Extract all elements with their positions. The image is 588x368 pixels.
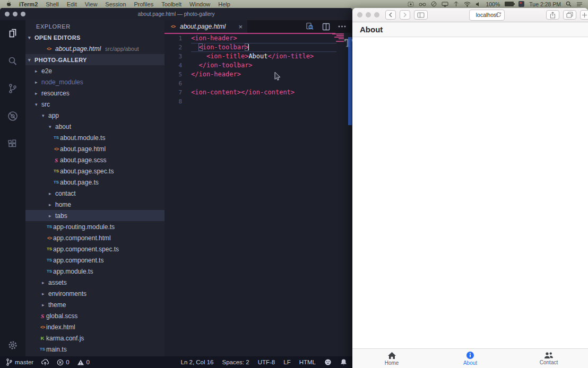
- search-icon[interactable]: [6, 55, 19, 69]
- forward-button[interactable]: [400, 10, 410, 20]
- problems-warnings-indicator[interactable]: 0: [77, 359, 90, 366]
- publish-changes-icon[interactable]: [41, 358, 49, 366]
- language-mode-indicator[interactable]: HTML: [299, 359, 316, 365]
- vscode-title-bar[interactable]: about.page.html — photo-gallery: [0, 8, 352, 20]
- cursor-position-indicator[interactable]: Ln 2, Col 16: [181, 359, 214, 365]
- tree-item-app.component.ts[interactable]: app.component.ts: [25, 255, 165, 266]
- code-line-5[interactable]: 5</ion-header>: [165, 70, 352, 79]
- editor-body[interactable]: 1<ion-header>2 <ion-toolbar>3 <ion-title…: [165, 33, 352, 356]
- tab-overview-icon[interactable]: [563, 10, 576, 20]
- share-icon[interactable]: [546, 10, 559, 20]
- tree-item-app.component.spec.ts[interactable]: app.component.spec.ts: [25, 243, 165, 255]
- do-not-disturb-icon[interactable]: [431, 1, 437, 7]
- split-editor-icon[interactable]: [322, 23, 330, 31]
- git-branch-indicator[interactable]: master: [5, 358, 33, 366]
- menu-view[interactable]: View: [85, 1, 98, 7]
- reload-icon[interactable]: [496, 12, 501, 19]
- tree-item-app.component.html[interactable]: app.component.html: [25, 232, 165, 243]
- menu-iterm2[interactable]: iTerm2: [19, 1, 38, 7]
- tree-item-app[interactable]: ▾app: [25, 110, 165, 121]
- screen-recording-icon[interactable]: [408, 2, 414, 7]
- more-actions-icon[interactable]: [338, 25, 346, 28]
- close-window-button[interactable]: [357, 12, 362, 17]
- address-bar[interactable]: localhost: [469, 10, 504, 21]
- menu-toolbelt[interactable]: Toolbelt: [161, 1, 181, 7]
- notifications-bell-icon[interactable]: [340, 358, 347, 366]
- input-source-icon[interactable]: [518, 1, 524, 7]
- minimap[interactable]: [330, 33, 344, 42]
- code-line-6[interactable]: 6: [165, 79, 352, 88]
- minimize-window-button[interactable]: [13, 12, 18, 16]
- open-preview-icon[interactable]: [306, 22, 314, 31]
- close-window-button[interactable]: [5, 12, 10, 16]
- tree-item-about.page.html[interactable]: about.page.html: [25, 143, 165, 154]
- tree-item-home[interactable]: ▸home: [25, 199, 165, 210]
- ionic-tab-home[interactable]: Home: [352, 349, 431, 368]
- encoding-indicator[interactable]: UTF-8: [258, 359, 275, 365]
- code-line-1[interactable]: 1<ion-header>: [165, 34, 352, 43]
- zoom-window-button[interactable]: [374, 12, 379, 17]
- tree-item-tabs[interactable]: ▸tabs: [25, 210, 165, 221]
- source-control-icon[interactable]: [6, 82, 19, 97]
- open-editors-header[interactable]: ▾ OPEN EDITORS: [25, 32, 165, 43]
- tree-item-contact[interactable]: ▸contact: [25, 188, 165, 199]
- eol-indicator[interactable]: LF: [283, 359, 290, 365]
- tree-item-main.ts[interactable]: main.ts: [25, 344, 165, 355]
- tree-item-environments[interactable]: ▸environments: [25, 288, 165, 299]
- tree-item-assets[interactable]: ▸assets: [25, 277, 165, 288]
- tree-item-about.page.ts[interactable]: about.page.ts: [25, 177, 165, 188]
- tree-item-resources[interactable]: ▸resources: [25, 87, 165, 99]
- editor-tab-about-page-html[interactable]: about.page.html ×: [165, 20, 247, 33]
- settings-gear-icon[interactable]: [0, 340, 25, 351]
- ionic-tab-contact[interactable]: Contact: [509, 349, 588, 368]
- tree-item-about.page.spec.ts[interactable]: about.page.spec.ts: [25, 165, 165, 177]
- indentation-indicator[interactable]: Spaces: 2: [222, 359, 249, 365]
- tree-item-node_modules[interactable]: ▸node_modules: [25, 76, 165, 87]
- sidebar-toggle-icon[interactable]: [414, 10, 428, 20]
- explorer-icon[interactable]: [6, 27, 19, 42]
- tree-item-karma.conf.js[interactable]: karma.conf.js: [25, 332, 165, 344]
- feedback-smiley-icon[interactable]: [324, 358, 332, 366]
- close-tab-icon[interactable]: ×: [238, 23, 243, 30]
- notification-center-icon[interactable]: [576, 2, 583, 7]
- menu-session[interactable]: Session: [105, 1, 126, 7]
- tree-item-about.module.ts[interactable]: about.module.ts: [25, 132, 165, 143]
- editor-scrollbar[interactable]: [348, 37, 352, 125]
- tree-item-theme[interactable]: ▸theme: [25, 299, 165, 310]
- extensions-icon[interactable]: [6, 137, 19, 152]
- wifi-icon[interactable]: [464, 2, 471, 7]
- menu-shell[interactable]: Shell: [46, 1, 58, 7]
- apple-menu-icon[interactable]: [5, 1, 11, 8]
- problems-errors-indicator[interactable]: 0: [57, 359, 69, 366]
- volume-icon[interactable]: [475, 2, 481, 7]
- minimize-window-button[interactable]: [366, 12, 371, 17]
- tree-item-src[interactable]: ▾src: [25, 99, 165, 110]
- debug-disabled-icon[interactable]: [6, 110, 19, 125]
- menu-profiles[interactable]: Profiles: [134, 1, 154, 7]
- tree-item-global.scss[interactable]: global.scss: [25, 310, 165, 321]
- code-line-7[interactable]: 7<ion-content></ion-content>: [165, 88, 352, 97]
- zoom-window-button[interactable]: [21, 12, 25, 16]
- menu-window[interactable]: Window: [189, 1, 210, 7]
- back-button[interactable]: [385, 10, 396, 20]
- sync-arrows-icon[interactable]: [453, 1, 459, 7]
- project-section-header[interactable]: ▾ PHOTO-GALLERY: [25, 54, 165, 65]
- menu-bar-clock[interactable]: Tue 2:28 PM: [529, 1, 561, 7]
- battery-icon[interactable]: [505, 2, 514, 6]
- tree-item-app-routing.module.ts[interactable]: app-routing.module.ts: [25, 221, 165, 232]
- glasses-icon[interactable]: [419, 2, 426, 6]
- tree-item-app.module.ts[interactable]: app.module.ts: [25, 266, 165, 277]
- menu-help[interactable]: Help: [218, 1, 230, 7]
- spotlight-search-icon[interactable]: [566, 1, 572, 7]
- tree-item-about.page.scss[interactable]: about.page.scss: [25, 154, 165, 165]
- code-line-4[interactable]: 4 </ion-toolbar>: [165, 61, 352, 70]
- code-line-3[interactable]: 3 <ion-title>About</ion-title>: [165, 52, 352, 61]
- tree-item-about[interactable]: ▾about: [25, 121, 165, 132]
- ionic-tab-about[interactable]: About: [431, 349, 509, 368]
- code-line-8[interactable]: 8: [165, 97, 352, 106]
- airplay-display-icon[interactable]: [442, 2, 448, 7]
- tree-item-index.html[interactable]: index.html: [25, 321, 165, 332]
- open-editor-item[interactable]: about.page.html src/app/about: [25, 43, 165, 54]
- code-line-2[interactable]: 2 <ion-toolbar>: [165, 43, 352, 52]
- new-tab-icon[interactable]: [580, 10, 588, 20]
